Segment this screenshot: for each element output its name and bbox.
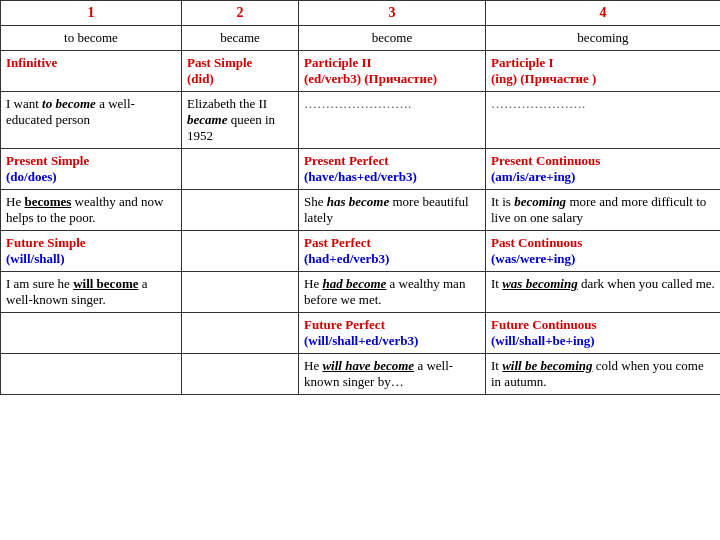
future-perfect-label-row: Future Perfect (will/shall+ed/verb3) Fut…	[1, 313, 721, 354]
col1-number: 1	[1, 1, 182, 26]
form2: became	[182, 26, 299, 51]
past-perfect-example: He had become a wealthy man before we me…	[299, 272, 486, 313]
future-perfect-col1-empty	[1, 313, 182, 354]
form3: become	[299, 26, 486, 51]
participle1-example: ………………….	[486, 92, 721, 149]
col4-number: 4	[486, 1, 721, 26]
participle2-example: …………………….	[299, 92, 486, 149]
present-example-row: He becomes wealthy and now helps to the …	[1, 190, 721, 231]
future-perfect-col2-example-empty	[182, 354, 299, 395]
future-simple-example: I am sure he will become a well-known si…	[1, 272, 182, 313]
past-simple-label: Past Simple (did)	[182, 51, 299, 92]
future-continuous-label: Future Continuous (will/shall+be+ing)	[486, 313, 721, 354]
present-simple-label-row: Present Simple (do/does) Present Perfect…	[1, 149, 721, 190]
present-continuous-example: It is becoming more and more difficult t…	[486, 190, 721, 231]
future-simple-label: Future Simple (will/shall)	[1, 231, 182, 272]
future-perfect-example-row: He will have become a well-known singer …	[1, 354, 721, 395]
col2-number: 2	[182, 1, 299, 26]
form1: to become	[1, 26, 182, 51]
present-col2-empty	[182, 190, 299, 231]
past-perfect-label: Past Perfect (had+ed/verb3)	[299, 231, 486, 272]
present-perfect-example: She has become more beautiful lately	[299, 190, 486, 231]
past-continuous-label: Past Continuous (was/were+ing)	[486, 231, 721, 272]
future-simple-label-row: Future Simple (will/shall) Past Perfect …	[1, 231, 721, 272]
past-simple-example: Elizabeth the II became queen in 1952	[182, 92, 299, 149]
participle1-label: Participle I (ing) (Причастие )	[486, 51, 721, 92]
verb-forms-row: to become became become becoming	[1, 26, 721, 51]
past-continuous-example: It was becoming dark when you called me.	[486, 272, 721, 313]
infinitive-label: Infinitive	[1, 51, 182, 92]
future-continuous-example: It will be becoming cold when you come i…	[486, 354, 721, 395]
present-simple-col2-empty	[182, 149, 299, 190]
future-simple-example-row: I am sure he will become a well-known si…	[1, 272, 721, 313]
future-perfect-col2-empty	[182, 313, 299, 354]
future-simple-col2-empty	[182, 231, 299, 272]
infinitive-label-row: Infinitive Past Simple (did) Participle …	[1, 51, 721, 92]
future-perfect-label: Future Perfect (will/shall+ed/verb3)	[299, 313, 486, 354]
future-perfect-example: He will have become a well-known singer …	[299, 354, 486, 395]
participle2-label: Participle II (ed/verb3) (Причастие)	[299, 51, 486, 92]
present-simple-example: He becomes wealthy and now helps to the …	[1, 190, 182, 231]
grammar-table: 1 2 3 4 to become became become becoming…	[0, 0, 720, 395]
future-col2-empty	[182, 272, 299, 313]
future-perfect-col1-example-empty	[1, 354, 182, 395]
form4: becoming	[486, 26, 721, 51]
col3-number: 3	[299, 1, 486, 26]
infinitive-example: I want to become a well-educated person	[1, 92, 182, 149]
col-number-row: 1 2 3 4	[1, 1, 721, 26]
present-perfect-label: Present Perfect (have/has+ed/verb3)	[299, 149, 486, 190]
infinitive-example-row: I want to become a well-educated person …	[1, 92, 721, 149]
present-continuous-label: Present Continuous (am/is/are+ing)	[486, 149, 721, 190]
present-simple-label: Present Simple (do/does)	[1, 149, 182, 190]
